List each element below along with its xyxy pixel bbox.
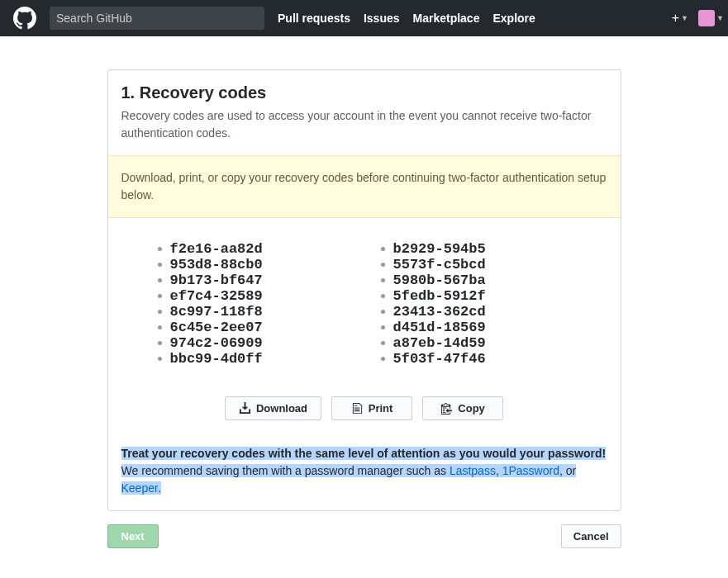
- bullet-icon: [381, 341, 385, 345]
- recovery-code: f2e16-aa82d: [158, 241, 348, 257]
- code-value: 9b173-bf647: [170, 272, 263, 288]
- nav-marketplace[interactable]: Marketplace: [413, 12, 480, 25]
- note-emphasis: Treat your recovery codes with the same …: [121, 447, 607, 460]
- bullet-icon: [381, 278, 385, 282]
- bullet-icon: [158, 294, 162, 298]
- bullet-icon: [381, 325, 385, 329]
- bullet-icon: [158, 310, 162, 314]
- button-label: Download: [256, 402, 307, 415]
- codes-grid: f2e16-aa82d 953d8-88cb0 9b173-bf647 ef7c…: [158, 241, 571, 367]
- bullet-icon: [381, 263, 385, 267]
- button-label: Print: [369, 402, 393, 415]
- recovery-code: 9b173-bf647: [158, 272, 348, 288]
- print-button[interactable]: Print: [331, 396, 412, 420]
- recovery-code: bbc99-4d0ff: [158, 351, 348, 367]
- card-subtitle: Recovery codes are used to access your a…: [121, 107, 607, 142]
- recovery-code: 6c45e-2ee07: [158, 320, 348, 335]
- recovery-code: ef7c4-32589: [158, 288, 348, 304]
- nav-pull-requests[interactable]: Pull requests: [278, 12, 350, 25]
- bullet-icon: [381, 357, 385, 361]
- recovery-code: 5fedb-5912f: [381, 288, 571, 304]
- global-header: Pull requests Issues Marketplace Explore…: [0, 0, 728, 36]
- codes-section: f2e16-aa82d 953d8-88cb0 9b173-bf647 ef7c…: [108, 218, 621, 383]
- cancel-button[interactable]: Cancel: [561, 524, 621, 548]
- code-value: 974c2-06909: [170, 335, 263, 351]
- recovery-code: 974c2-06909: [158, 335, 348, 351]
- recovery-code: d451d-18569: [381, 320, 571, 335]
- copy-button[interactable]: Copy: [422, 396, 503, 420]
- bullet-icon: [158, 247, 162, 251]
- code-value: 6c45e-2ee07: [170, 320, 263, 335]
- link-1password[interactable]: 1Password: [502, 464, 559, 477]
- code-value: 5980b-567ba: [393, 272, 486, 288]
- nav-issues[interactable]: Issues: [364, 12, 400, 25]
- code-value: ef7c4-32589: [170, 288, 263, 304]
- code-value: d451d-18569: [393, 320, 486, 335]
- card-header: 1. Recovery codes Recovery codes are use…: [108, 70, 621, 155]
- code-value: 5573f-c5bcd: [393, 257, 486, 272]
- link-lastpass[interactable]: Lastpass: [450, 464, 496, 477]
- note-period: .: [158, 481, 161, 495]
- note-sep: , or: [559, 464, 576, 477]
- note-text: We recommend saving them with a password…: [121, 464, 450, 477]
- recovery-code: 953d8-88cb0: [158, 257, 348, 272]
- user-avatar-dropdown[interactable]: ▼: [698, 10, 715, 26]
- recovery-code: 8c997-118f8: [158, 304, 348, 320]
- recovery-code: 5f03f-47f46: [381, 351, 571, 367]
- bullet-icon: [381, 310, 385, 314]
- search-input[interactable]: [50, 7, 264, 30]
- link-keeper[interactable]: Keeper: [121, 481, 158, 495]
- recovery-code: a87eb-14d59: [381, 335, 571, 351]
- code-value: 953d8-88cb0: [170, 257, 263, 272]
- bullet-icon: [158, 278, 162, 282]
- bullet-icon: [381, 294, 385, 298]
- github-logo[interactable]: [13, 7, 36, 30]
- next-button[interactable]: Next: [107, 524, 159, 548]
- code-value: 5fedb-5912f: [393, 288, 486, 304]
- recovery-codes-card: 1. Recovery codes Recovery codes are use…: [107, 69, 621, 511]
- code-value: bbc99-4d0ff: [170, 351, 263, 367]
- bullet-icon: [158, 341, 162, 345]
- nav-explore[interactable]: Explore: [492, 12, 535, 25]
- file-icon: [351, 402, 364, 415]
- footer-note: Treat your recovery codes with the same …: [108, 435, 621, 510]
- button-label: Copy: [458, 402, 485, 415]
- alert-banner: Download, print, or copy your recovery c…: [108, 155, 621, 218]
- code-actions: Download Print Copy: [108, 383, 621, 435]
- bullet-icon: [158, 263, 162, 267]
- code-value: 8c997-118f8: [170, 304, 263, 320]
- code-value: a87eb-14d59: [393, 335, 486, 351]
- download-icon: [239, 402, 251, 415]
- main-content: 1. Recovery codes Recovery codes are use…: [94, 69, 635, 548]
- recovery-code: 5980b-567ba: [381, 272, 571, 288]
- code-value: 23413-362cd: [393, 304, 486, 320]
- bullet-icon: [381, 247, 385, 251]
- footer-actions: Next Cancel: [107, 524, 621, 548]
- recovery-code: 23413-362cd: [381, 304, 571, 320]
- create-new-dropdown[interactable]: +▼: [672, 11, 688, 26]
- code-value: f2e16-aa82d: [170, 241, 263, 257]
- header-right: +▼ ▼: [672, 10, 715, 26]
- bullet-icon: [158, 357, 162, 361]
- download-button[interactable]: Download: [225, 396, 321, 420]
- primary-nav: Pull requests Issues Marketplace Explore: [278, 12, 535, 25]
- recovery-code: b2929-594b5: [381, 241, 571, 257]
- copy-icon: [440, 402, 453, 415]
- note-sep: ,: [496, 464, 502, 477]
- card-title: 1. Recovery codes: [121, 83, 607, 102]
- recovery-code: 5573f-c5bcd: [381, 257, 571, 272]
- code-value: b2929-594b5: [393, 241, 486, 257]
- code-value: 5f03f-47f46: [393, 351, 486, 367]
- bullet-icon: [158, 325, 162, 329]
